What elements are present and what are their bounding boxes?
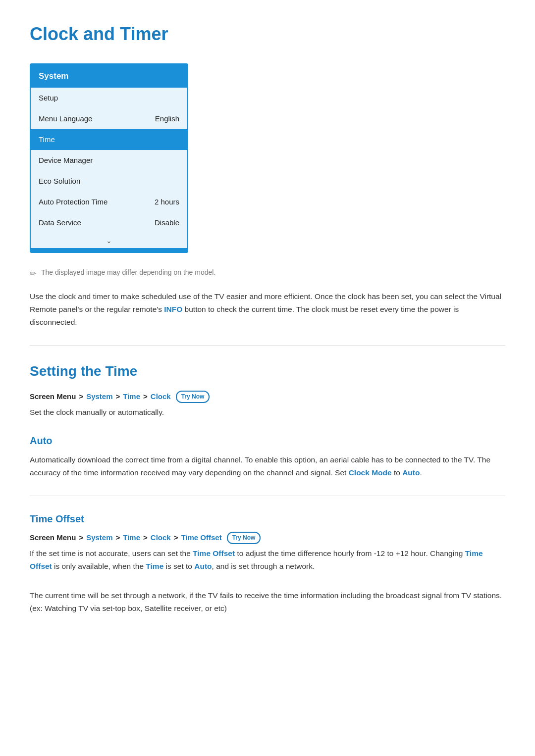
system-menu: System Setup Menu Language English Time …: [30, 63, 188, 253]
bc2-sep-3: >: [143, 532, 148, 544]
menu-item-menulanguage[interactable]: Menu Language English: [31, 108, 187, 129]
system-menu-header: System: [31, 64, 187, 88]
bc-sep-1: >: [79, 391, 83, 403]
menu-item-value-menulanguage: English: [155, 113, 179, 125]
section-divider-1: [30, 345, 505, 346]
page-title: Clock and Timer: [30, 20, 505, 49]
try-now-badge-clock[interactable]: Try Now: [176, 391, 210, 403]
menu-item-value-autoprotectiontime: 2 hours: [155, 196, 179, 208]
auto-clock-mode-link[interactable]: Clock Mode: [349, 468, 392, 477]
menu-item-autoprotectiontime[interactable]: Auto Protection Time 2 hours: [31, 192, 187, 212]
menu-item-ecosolution[interactable]: Eco Solution: [31, 171, 187, 192]
to-timeoffset-link1[interactable]: Time Offset: [193, 549, 235, 557]
bc2-timeoffset[interactable]: Time Offset: [181, 532, 221, 544]
to-text-5: , and is set through a network.: [212, 562, 315, 570]
note-box: ✏ The displayed image may differ dependi…: [30, 267, 505, 280]
menu-item-time[interactable]: Time: [31, 129, 187, 150]
to-auto-link[interactable]: Auto: [194, 562, 212, 570]
menu-item-setup[interactable]: Setup: [31, 88, 187, 108]
bc-screen-menu: Screen Menu: [30, 391, 76, 403]
bc2-screen-menu: Screen Menu: [30, 532, 76, 544]
menu-item-label-setup: Setup: [39, 92, 58, 104]
to-text-3: is only available, when the: [52, 562, 146, 570]
pencil-icon: ✏: [30, 267, 36, 280]
bc-sep-3: >: [143, 391, 148, 403]
bc-sep-2: >: [116, 391, 120, 403]
menu-item-label-devicemanager: Device Manager: [39, 154, 93, 166]
intro-info-link[interactable]: INFO: [164, 305, 182, 313]
system-menu-body: Setup Menu Language English Time Device …: [31, 88, 187, 248]
to-text-1: If the set time is not accurate, users c…: [30, 549, 193, 557]
bc2-time[interactable]: Time: [123, 532, 140, 544]
bc2-system[interactable]: System: [86, 532, 112, 544]
bc2-clock[interactable]: Clock: [151, 532, 171, 544]
bc-time[interactable]: Time: [123, 391, 140, 403]
intro-text: Use the clock and timer to make schedule…: [30, 290, 505, 329]
menu-item-label-autoprotectiontime: Auto Protection Time: [39, 196, 107, 208]
to-time-link[interactable]: Time: [146, 562, 163, 570]
menu-item-devicemanager[interactable]: Device Manager: [31, 150, 187, 171]
subsection-title-timeoffset: Time Offset: [30, 511, 505, 527]
try-now-badge-timeoffset[interactable]: Try Now: [227, 532, 261, 544]
bc2-sep-1: >: [79, 532, 83, 544]
note-text: The displayed image may differ depending…: [41, 267, 215, 278]
menu-item-label-menulanguage: Menu Language: [39, 113, 92, 125]
subsection-title-auto: Auto: [30, 433, 505, 449]
bc-clock[interactable]: Clock: [151, 391, 171, 403]
menu-chevron: ⌄: [31, 233, 187, 248]
breadcrumb-timeoffset: Screen Menu > System > Time > Clock > Ti…: [30, 532, 505, 544]
auto-text: Automatically download the correct time …: [30, 454, 505, 480]
setting-time-subtitle: Set the clock manually or automatically.: [30, 406, 505, 419]
bc2-sep-4: >: [174, 532, 178, 544]
section-title-setting-the-time: Setting the Time: [30, 360, 505, 383]
section-divider-2: [30, 496, 505, 496]
timeoffset-para2: The current time will be set through a n…: [30, 589, 505, 615]
menu-item-label-time: Time: [39, 134, 55, 146]
menu-item-label-ecosolution: Eco Solution: [39, 175, 80, 187]
bc-system[interactable]: System: [86, 391, 112, 403]
auto-text-after: .: [420, 468, 422, 477]
auto-auto-link[interactable]: Auto: [402, 468, 420, 477]
to-text-2: to adjust the time difference hourly fro…: [235, 549, 465, 557]
timeoffset-para1: If the set time is not accurate, users c…: [30, 547, 505, 573]
bc2-sep-2: >: [116, 532, 120, 544]
menu-item-value-dataservice: Disable: [155, 217, 179, 229]
to-text-4: is set to: [163, 562, 194, 570]
menu-item-label-dataservice: Data Service: [39, 217, 81, 229]
menu-item-dataservice[interactable]: Data Service Disable: [31, 212, 187, 233]
breadcrumb-clock: Screen Menu > System > Time > Clock Try …: [30, 391, 505, 403]
auto-text-mid: to: [392, 468, 403, 477]
